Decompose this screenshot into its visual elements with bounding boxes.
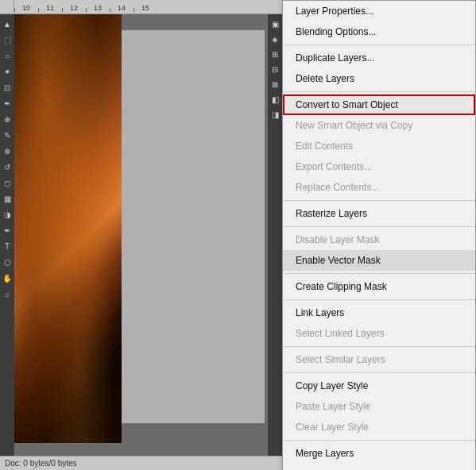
menu-enable-vector-mask[interactable]: Enable Vector Mask [283,250,475,271]
menu-convert-smart-object[interactable]: Convert to Smart Object [283,94,475,115]
tool-history[interactable]: ↺ [1,160,14,173]
divider-9 [283,440,475,441]
menu-blending-options[interactable]: Blending Options... [283,21,475,42]
divider-8 [283,372,475,373]
right-tool-2[interactable]: ◈ [269,33,281,45]
divider-1 [283,44,475,45]
menu-merge-layers[interactable]: Merge Layers [283,443,475,464]
menu-link-layers[interactable]: Link Layers [283,302,475,323]
tool-brush[interactable]: ✎ [1,129,14,141]
left-toolbar: ▲ ⬚ ○ ✦ ⊡ ✒ ⊕ ✎ ⊛ ↺ ◻ ▦ ◑ ✒ T ⬡ ✋ ⌕ [0,14,14,470]
divider-7 [283,346,475,347]
ruler-mark-12: 12 [62,4,86,12]
menu-select-linked-layers: Select Linked Layers [283,323,475,344]
menu-duplicate-layers[interactable]: Duplicate Layers... [283,48,475,68]
image-preview [14,14,122,443]
tool-lasso[interactable]: ○ [1,49,14,62]
right-tool-5[interactable]: ⊠ [269,78,281,91]
context-menu: Layer Properties... Blending Options... … [282,0,476,470]
menu-export-contents: Export Contents... [283,156,475,177]
status-text: Doc: 0 bytes/0 bytes [5,459,77,468]
divider-3 [283,200,475,201]
tool-crop[interactable]: ⊡ [1,81,14,94]
ruler-mark-13: 13 [86,4,110,12]
menu-edit-contents: Edit Contents [283,136,475,156]
ruler-top: 10 11 12 13 14 15 [0,0,282,14]
tool-move[interactable]: ▲ [1,17,14,30]
right-tool-6[interactable]: ◧ [269,93,281,106]
tool-eyedropper[interactable]: ✒ [1,97,14,110]
menu-paste-layer-style: Paste Layer Style [283,396,475,417]
tool-text[interactable]: T [1,240,14,252]
ruler-mark-14: 14 [110,4,134,12]
tool-gradient[interactable]: ▦ [1,192,14,205]
menu-rasterize-layers[interactable]: Rasterize Layers [283,203,475,224]
tool-zoom[interactable]: ⌕ [1,287,14,300]
menu-clear-layer-style: Clear Layer Style [283,417,475,437]
tool-clone[interactable]: ⊛ [1,144,14,157]
menu-disable-layer-mask: Disable Layer Mask [283,229,475,250]
divider-5 [283,273,475,274]
divider-4 [283,226,475,227]
tool-heal[interactable]: ⊕ [1,113,14,125]
canvas-area [14,14,268,443]
menu-select-similar-layers: Select Similar Layers [283,349,475,370]
ruler-mark-10: 10 [14,4,38,12]
menu-layer-properties[interactable]: Layer Properties... [283,1,475,21]
ruler-mark-15: 15 [134,4,157,12]
status-bar: Doc: 0 bytes/0 bytes [0,456,282,470]
right-tool-3[interactable]: ⊞ [269,48,281,60]
tool-shape[interactable]: ⬡ [1,256,14,268]
tool-pen[interactable]: ✒ [1,224,14,237]
menu-merge-visible[interactable]: Merge Visible [283,464,475,470]
tool-magic-wand[interactable]: ✦ [1,65,14,78]
menu-copy-layer-style[interactable]: Copy Layer Style [283,376,475,396]
ruler-marks: 10 11 12 13 14 15 [14,0,157,13]
menu-create-clipping-mask[interactable]: Create Clipping Mask [283,276,475,297]
ruler-mark-11: 11 [38,4,62,12]
right-tool-4[interactable]: ⊟ [269,63,281,75]
image-clouds [14,14,122,443]
tool-eraser[interactable]: ◻ [1,176,14,189]
menu-delete-layers[interactable]: Delete Layers [283,68,475,89]
gray-canvas [122,30,265,423]
right-tool-1[interactable]: ▣ [269,17,281,30]
menu-replace-contents: Replace Contents... [283,177,475,198]
divider-2 [283,91,475,92]
tool-dodge[interactable]: ◑ [1,208,14,221]
ruler-corner [0,0,14,14]
right-toolbar: ▣ ◈ ⊞ ⊟ ⊠ ◧ ◨ [268,14,282,470]
tool-hand[interactable]: ✋ [1,272,14,284]
divider-6 [283,299,475,300]
menu-new-smart-object: New Smart Object via Copy [283,115,475,136]
right-tool-7[interactable]: ◨ [269,108,281,121]
tool-marquee[interactable]: ⬚ [1,33,14,46]
